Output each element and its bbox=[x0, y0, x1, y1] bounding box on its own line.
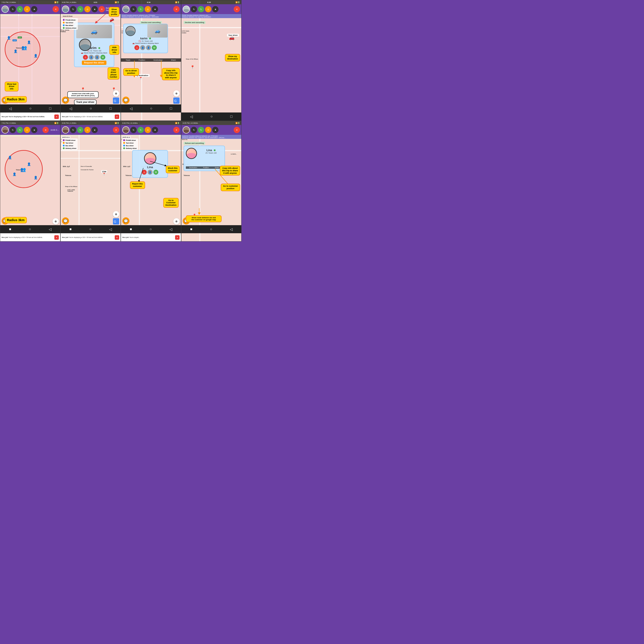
refresh-green-btn[interactable]: ↻ bbox=[198, 127, 204, 133]
status-left: 7:51 PM | 5.3KB/s bbox=[2, 122, 16, 124]
nav-back[interactable]: ◁ bbox=[190, 114, 193, 119]
nav-home[interactable]: ○ bbox=[210, 227, 212, 231]
caracalla-label-6: Door of Caracalla bbox=[81, 166, 92, 167]
nav-home[interactable]: ○ bbox=[210, 114, 213, 119]
avatar[interactable] bbox=[122, 6, 129, 13]
refresh-green-btn[interactable]: ↻ bbox=[198, 6, 204, 12]
nav-back[interactable]: ■ bbox=[9, 227, 11, 231]
settings-btn[interactable]: ⊙ bbox=[84, 127, 91, 133]
pos-label[interactable]: Position: bbox=[203, 167, 209, 168]
avatar-6[interactable] bbox=[62, 126, 69, 133]
lina-map-label: Lina bbox=[101, 170, 107, 173]
nav-back[interactable]: ◁ bbox=[69, 106, 72, 111]
avatar[interactable] bbox=[62, 6, 69, 13]
avatar-8[interactable] bbox=[183, 126, 190, 133]
star-btn[interactable]: ★ bbox=[212, 127, 218, 133]
nav-home[interactable]: ○ bbox=[29, 106, 32, 110]
close-btn[interactable]: ✕ bbox=[42, 127, 49, 133]
nav-square[interactable]: □ bbox=[230, 114, 233, 119]
person-action[interactable]: 👤 bbox=[140, 45, 145, 50]
close-btn[interactable]: ✕ bbox=[113, 127, 119, 133]
nav-home[interactable]: ○ bbox=[90, 106, 92, 110]
star-btn[interactable]: ★ bbox=[212, 6, 218, 12]
star-btn[interactable]: ★ bbox=[31, 127, 37, 133]
refresh-btn[interactable]: ↻ bbox=[70, 127, 76, 133]
avatar-4[interactable] bbox=[183, 6, 190, 13]
person-icon-btn-2[interactable]: 👤 bbox=[95, 55, 100, 60]
refuse-badge[interactable]: Refuse and cancelling bbox=[184, 142, 205, 145]
chat-icon-6[interactable]: 💬 bbox=[62, 217, 69, 225]
refresh-btn[interactable]: ↻ bbox=[10, 127, 16, 133]
nav-square[interactable]: ■ bbox=[69, 227, 72, 231]
nav-home[interactable]: ○ bbox=[150, 106, 152, 110]
settings-btn[interactable]: ⊙ bbox=[84, 6, 91, 12]
nav-square[interactable]: □ bbox=[170, 106, 172, 110]
person-action-2[interactable]: 👤 bbox=[146, 45, 151, 50]
warning-icon[interactable]: ⚠ bbox=[83, 55, 88, 60]
gps-btn-6[interactable]: ⊕ bbox=[113, 211, 119, 217]
nav-square[interactable]: ■ bbox=[130, 227, 132, 231]
refresh-btn[interactable]: ↻ bbox=[130, 127, 137, 133]
refresh-btn[interactable]: ↻ bbox=[130, 6, 137, 12]
whatsapp-action[interactable]: W bbox=[152, 45, 157, 50]
settings-btn[interactable]: ⊙ bbox=[24, 6, 30, 12]
close-btn[interactable]: ✕ bbox=[234, 6, 240, 12]
share-label-8[interactable]: Share: bbox=[215, 167, 220, 168]
nav-home[interactable]: ○ bbox=[89, 227, 91, 231]
refresh-green-btn[interactable]: ↻ bbox=[17, 6, 23, 12]
refresh-green-btn[interactable]: ↻ bbox=[77, 6, 83, 12]
refresh-green-btn[interactable]: ↻ bbox=[17, 127, 23, 133]
refresh-btn[interactable]: ↻ bbox=[70, 6, 76, 12]
bus-label-7: Bus driver bbox=[126, 145, 134, 146]
nav-back[interactable]: ◁ bbox=[9, 106, 12, 111]
close-btn[interactable]: ✕ bbox=[173, 127, 180, 133]
person-icon-4: 👤 bbox=[34, 54, 38, 57]
gps-btn-7[interactable]: ⊕ bbox=[173, 218, 180, 225]
avatar-7[interactable] bbox=[122, 126, 129, 133]
nav-square[interactable]: □ bbox=[49, 106, 51, 110]
request-driver-btn[interactable]: Request this driver bbox=[82, 61, 107, 65]
gps-btn[interactable]: ⊕ bbox=[113, 90, 119, 97]
nav-square[interactable]: □ bbox=[110, 106, 112, 110]
whatsapp-btn[interactable]: W bbox=[100, 55, 105, 60]
warning-action[interactable]: ⚠ bbox=[134, 45, 139, 50]
chat-icon-7[interactable]: 💬 bbox=[122, 217, 129, 225]
decline-badge[interactable]: Decline and cancelling bbox=[140, 21, 162, 24]
star-btn[interactable]: ★ bbox=[31, 6, 37, 12]
star-btn[interactable]: ★ bbox=[91, 127, 98, 133]
status-bar: 7:51 PM | 5.3KB/s 📶🔋 bbox=[0, 0, 60, 4]
delivery-label: Delivery driver bbox=[66, 27, 76, 29]
star-btn[interactable]: ★ bbox=[152, 127, 158, 133]
settings-btn[interactable]: ⊙ bbox=[145, 6, 151, 12]
del-dot-7 bbox=[123, 147, 125, 149]
nav-back[interactable]: ◁ bbox=[130, 106, 132, 111]
nav-square[interactable]: ◁ bbox=[49, 227, 51, 231]
refresh-btn[interactable]: ↻ bbox=[191, 6, 197, 12]
star-btn[interactable]: ★ bbox=[152, 6, 158, 12]
close-btn[interactable]: ✕ bbox=[173, 6, 180, 12]
nav-back[interactable]: ◁ bbox=[169, 227, 172, 231]
nav-home[interactable]: ○ bbox=[29, 227, 31, 231]
refresh-btn[interactable]: ↻ bbox=[10, 6, 16, 12]
nav-back[interactable]: ◁ bbox=[109, 227, 112, 231]
refresh-green-btn[interactable]: ↻ bbox=[77, 127, 83, 133]
refresh-green-btn[interactable]: ↻ bbox=[138, 6, 144, 12]
settings-btn[interactable]: ⊙ bbox=[24, 127, 30, 133]
settings-btn[interactable]: ⊙ bbox=[205, 127, 211, 133]
avatar[interactable] bbox=[2, 6, 9, 13]
decline-badge-4[interactable]: Decline and cancelling bbox=[184, 21, 205, 24]
settings-btn[interactable]: ⊙ bbox=[205, 6, 211, 12]
close-btn[interactable]: ✕ bbox=[234, 127, 240, 133]
avatar-5[interactable] bbox=[2, 126, 9, 133]
gps-btn-5[interactable]: ⊕ bbox=[53, 218, 59, 225]
nav-back[interactable]: ◁ bbox=[230, 227, 233, 231]
refresh-green-btn[interactable]: ↻ bbox=[138, 127, 144, 133]
dest-label[interactable]: Destination: bbox=[189, 167, 197, 168]
admob-logo: a bbox=[54, 235, 59, 240]
nav-home[interactable]: ○ bbox=[150, 227, 152, 231]
settings-btn[interactable]: ⊙ bbox=[145, 127, 151, 133]
refresh-btn[interactable]: ↻ bbox=[191, 127, 197, 133]
nav-square[interactable]: ■ bbox=[190, 227, 192, 231]
close-btn[interactable]: ✕ bbox=[53, 6, 59, 12]
person-icon-btn[interactable]: 👤 bbox=[89, 55, 94, 60]
